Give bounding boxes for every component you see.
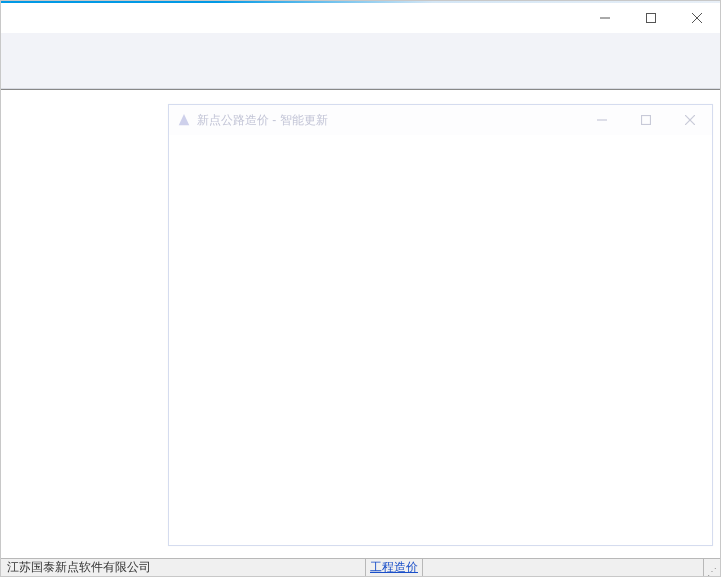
- resize-grip[interactable]: ⋰: [704, 559, 720, 576]
- close-icon: [692, 13, 702, 23]
- dialog-title: 新点公路造价 - 智能更新: [197, 112, 580, 129]
- content-area: 新点公路造价 - 智能更新: [1, 89, 720, 558]
- close-icon: [685, 115, 695, 125]
- close-button[interactable]: [674, 3, 720, 33]
- maximize-icon: [641, 115, 651, 125]
- statusbar-company: 江苏国泰新点软件有限公司: [1, 559, 366, 576]
- svg-rect-5: [642, 116, 651, 125]
- dialog-close-button[interactable]: [668, 105, 712, 135]
- minimize-icon: [600, 13, 610, 23]
- window-controls: [582, 3, 720, 33]
- dialog-titlebar: 新点公路造价 - 智能更新: [169, 105, 712, 135]
- statusbar-link[interactable]: 工程造价: [366, 559, 423, 576]
- titlebar: [1, 3, 720, 33]
- dialog-window-controls: [580, 105, 712, 135]
- dialog-app-icon: [177, 113, 191, 127]
- grip-icon: ⋰: [707, 570, 718, 574]
- maximize-button[interactable]: [628, 3, 674, 33]
- maximize-icon: [646, 13, 656, 23]
- statusbar-spacer: [423, 559, 704, 576]
- statusbar: 江苏国泰新点软件有限公司 工程造价 ⋰: [1, 558, 720, 576]
- toolbar: [1, 33, 720, 89]
- minimize-icon: [597, 115, 607, 125]
- main-window: 新点公路造价 - 智能更新 江苏国泰新点软件有限公司 工程造价: [0, 0, 721, 577]
- dialog-content: [169, 135, 712, 545]
- dialog-minimize-button[interactable]: [580, 105, 624, 135]
- update-dialog: 新点公路造价 - 智能更新: [168, 104, 713, 546]
- dialog-maximize-button[interactable]: [624, 105, 668, 135]
- minimize-button[interactable]: [582, 3, 628, 33]
- svg-rect-1: [647, 14, 656, 23]
